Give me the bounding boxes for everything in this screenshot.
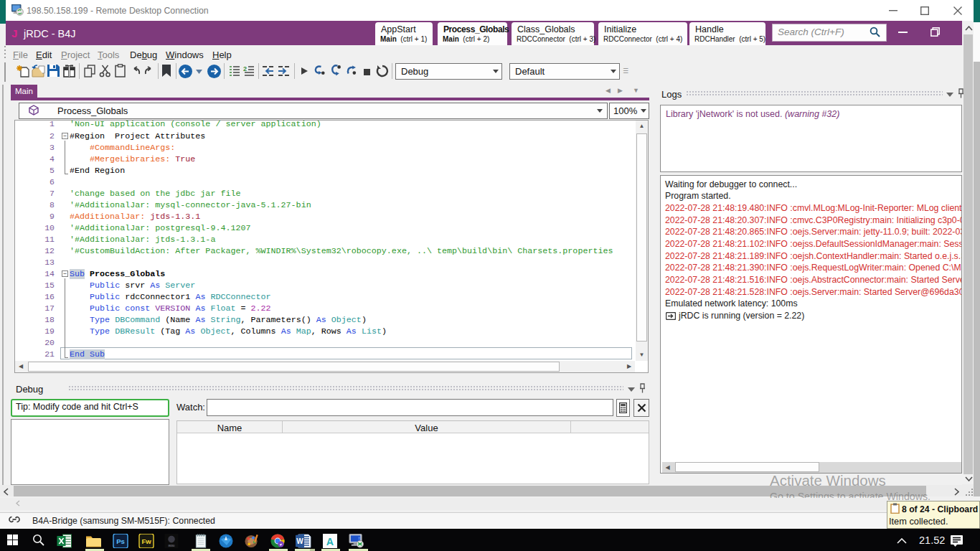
svg-text:KOL: KOL	[169, 545, 174, 547]
svg-text:A: A	[326, 536, 334, 547]
svg-text:Ps: Ps	[116, 537, 125, 545]
svg-text:Fw: Fw	[141, 537, 151, 545]
svg-text:2: 2	[243, 65, 247, 72]
svg-text:W: W	[296, 537, 303, 545]
